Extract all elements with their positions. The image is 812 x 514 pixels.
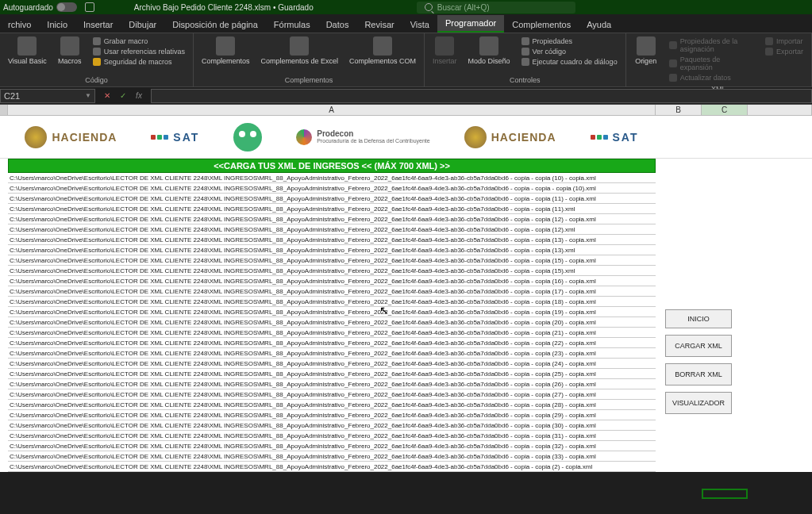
file-path-row[interactable]: C:\Users\marco\OneDrive\Escritorio\LECTO… — [8, 307, 656, 317]
file-path-row[interactable]: C:\Users\marco\OneDrive\Escritorio\LECTO… — [8, 369, 656, 379]
visual-basic-button[interactable]: Visual Basic — [3, 35, 52, 67]
borrar-xml-button[interactable]: BORRAR XML — [665, 363, 732, 386]
relative-refs-button[interactable]: Usar referencias relativas — [91, 47, 187, 56]
tab-inicio[interactable]: Inicio — [39, 17, 75, 33]
file-path-row[interactable]: C:\Users\marco\OneDrive\Escritorio\LECTO… — [8, 204, 656, 214]
tab-fórmulas[interactable]: Fórmulas — [266, 17, 318, 33]
group-label: Complementos — [197, 75, 421, 85]
prodecon-icon — [296, 129, 312, 145]
insert-icon — [435, 36, 454, 56]
file-path-row[interactable]: C:\Users\marco\OneDrive\Escritorio\LECTO… — [8, 183, 656, 194]
file-path-row[interactable]: C:\Users\marco\OneDrive\Escritorio\LECTO… — [8, 286, 656, 297]
tab-complementos[interactable]: Complementos — [504, 17, 579, 33]
file-path-row[interactable]: C:\Users\marco\OneDrive\Escritorio\LECTO… — [8, 317, 656, 328]
file-path-row[interactable]: C:\Users\marco\OneDrive\Escritorio\LECTO… — [8, 400, 656, 410]
tab-revisar[interactable]: Revisar — [356, 17, 402, 33]
expansion-icon — [669, 59, 677, 67]
file-path-row[interactable]: C:\Users\marco\OneDrive\Escritorio\LECTO… — [8, 451, 656, 462]
tab-disposición-de-página[interactable]: Disposición de página — [164, 17, 266, 33]
hacienda-logo-2: HACIENDA — [464, 126, 556, 148]
search-icon — [425, 3, 433, 11]
col-header-rest[interactable] — [748, 105, 812, 115]
ribbon-tabs: rchivoInicioInsertarDibujarDisposición d… — [0, 14, 812, 33]
record-macro-button[interactable]: Grabar macro — [91, 36, 187, 46]
file-path-row[interactable]: C:\Users\marco\OneDrive\Escritorio\LECTO… — [8, 297, 656, 307]
cancel-icon[interactable]: ✕ — [102, 90, 113, 102]
search-box[interactable]: Buscar (Alt+Q) — [417, 2, 575, 13]
view-code-button[interactable]: Ver código — [520, 47, 619, 56]
inicio-button[interactable]: INICIO — [665, 309, 732, 328]
tab-datos[interactable]: Datos — [318, 17, 357, 33]
chevron-down-icon[interactable]: ▼ — [85, 92, 91, 99]
dialog-icon — [521, 58, 529, 66]
file-path-row[interactable]: C:\Users\marco\OneDrive\Escritorio\LECTO… — [8, 245, 656, 255]
file-path-row[interactable]: C:\Users\marco\OneDrive\Escritorio\LECTO… — [8, 441, 656, 451]
file-path-row[interactable]: C:\Users\marco\OneDrive\Escritorio\LECTO… — [8, 173, 656, 183]
cargar-xml-button[interactable]: CARGAR XML — [665, 335, 732, 357]
file-path-row[interactable]: C:\Users\marco\OneDrive\Escritorio\LECTO… — [8, 359, 656, 369]
file-path-row[interactable]: C:\Users\marco\OneDrive\Escritorio\LECTO… — [8, 235, 656, 245]
tab-vista[interactable]: Vista — [402, 17, 437, 33]
tab-ayuda[interactable]: Ayuda — [579, 17, 619, 33]
file-path-row[interactable]: C:\Users\marco\OneDrive\Escritorio\LECTO… — [8, 214, 656, 224]
side-buttons: INICIO CARGAR XML BORRAR XML VISUALIZADO… — [665, 309, 732, 414]
expansion-button: Paquetes de expansión — [668, 55, 756, 72]
formula-bar: C21▼ ✕ ✓ fx — [0, 87, 812, 105]
file-path-row[interactable]: C:\Users\marco\OneDrive\Escritorio\LECTO… — [8, 420, 656, 431]
tab-programador[interactable]: Programador — [437, 15, 504, 33]
prodecon-logo: Prodecon Procuraduría de la Defensa del … — [296, 129, 429, 145]
excel-addins-icon — [290, 36, 309, 56]
file-path-row[interactable]: C:\Users\marco\OneDrive\Escritorio\LECTO… — [8, 276, 656, 286]
export-icon — [765, 48, 773, 56]
formula-input[interactable] — [151, 89, 812, 103]
macros-button[interactable]: Macros — [53, 35, 87, 67]
file-path-row[interactable]: C:\Users\marco\OneDrive\Escritorio\LECTO… — [8, 348, 656, 359]
seal-icon — [464, 126, 487, 148]
select-all-corner[interactable] — [0, 105, 8, 115]
accept-icon[interactable]: ✓ — [117, 90, 129, 102]
toggle-switch[interactable] — [56, 2, 77, 12]
worksheet[interactable]: A B C HACIENDA SAT Prodecon Procuraduría… — [0, 105, 812, 472]
file-path-row[interactable]: C:\Users\marco\OneDrive\Escritorio\LECTO… — [8, 410, 656, 420]
title-bar: Autoguardado Archivo Bajo Pedido Cliente… — [0, 0, 812, 14]
save-icon[interactable] — [85, 2, 94, 12]
code-icon — [521, 48, 529, 56]
autosave-toggle[interactable]: Autoguardado — [3, 2, 77, 12]
file-path-row[interactable]: C:\Users\marco\OneDrive\Escritorio\LECTO… — [8, 338, 656, 348]
insert-control-button[interactable]: Insertar — [428, 35, 462, 67]
visualizador-button[interactable]: VISUALIZADOR — [665, 392, 732, 414]
file-path-row[interactable]: C:\Users\marco\OneDrive\Escritorio\LECTO… — [8, 379, 656, 389]
banner[interactable]: <<CARGA TUS XML DE INGRESOS << (MÁX 700 … — [8, 159, 656, 173]
name-box[interactable]: C21▼ — [0, 89, 95, 103]
tab-insertar[interactable]: Insertar — [75, 17, 121, 33]
file-path-row[interactable]: C:\Users\marco\OneDrive\Escritorio\LECTO… — [8, 431, 656, 441]
col-header-c[interactable]: C — [702, 105, 748, 115]
com-addins-button[interactable]: Complementos COM — [344, 35, 421, 67]
file-path-row[interactable]: C:\Users\marco\OneDrive\Escritorio\LECTO… — [8, 224, 656, 235]
record-icon — [93, 37, 101, 45]
properties-button[interactable]: Propiedades — [520, 36, 619, 46]
macro-security-button[interactable]: Seguridad de macros — [91, 57, 187, 67]
file-path-row[interactable]: C:\Users\marco\OneDrive\Escritorio\LECTO… — [8, 194, 656, 204]
excel-addins-button[interactable]: Complementos de Excel — [256, 35, 343, 67]
run-dialog-button[interactable]: Ejecutar cuadro de diálogo — [520, 57, 619, 67]
origin-button[interactable]: Origen — [629, 35, 663, 67]
col-header-b[interactable]: B — [656, 105, 702, 115]
file-path-row[interactable]: C:\Users\marco\OneDrive\Escritorio\LECTO… — [8, 328, 656, 338]
addins-button[interactable]: Complementos — [197, 35, 255, 67]
group-complementos: Complementos Complementos de Excel Compl… — [194, 33, 425, 86]
group-codigo: Visual Basic Macros Grabar macro Usar re… — [0, 33, 194, 86]
tab-rchivo[interactable]: rchivo — [0, 17, 39, 33]
col-header-a[interactable]: A — [8, 105, 656, 115]
fx-icon[interactable]: fx — [133, 90, 144, 102]
file-path-row[interactable]: C:\Users\marco\OneDrive\Escritorio\LECTO… — [8, 266, 656, 276]
selected-cell[interactable] — [702, 489, 748, 499]
design-mode-button[interactable]: Modo Diseño — [464, 35, 515, 67]
macros-icon — [60, 36, 79, 56]
tab-dibujar[interactable]: Dibujar — [121, 17, 164, 33]
file-path-row[interactable]: C:\Users\marco\OneDrive\Escritorio\LECTO… — [8, 462, 656, 472]
import-button: Importar — [764, 36, 805, 46]
file-path-row[interactable]: C:\Users\marco\OneDrive\Escritorio\LECTO… — [8, 255, 656, 266]
origin-icon — [637, 36, 656, 56]
file-path-row[interactable]: C:\Users\marco\OneDrive\Escritorio\LECTO… — [8, 389, 656, 400]
